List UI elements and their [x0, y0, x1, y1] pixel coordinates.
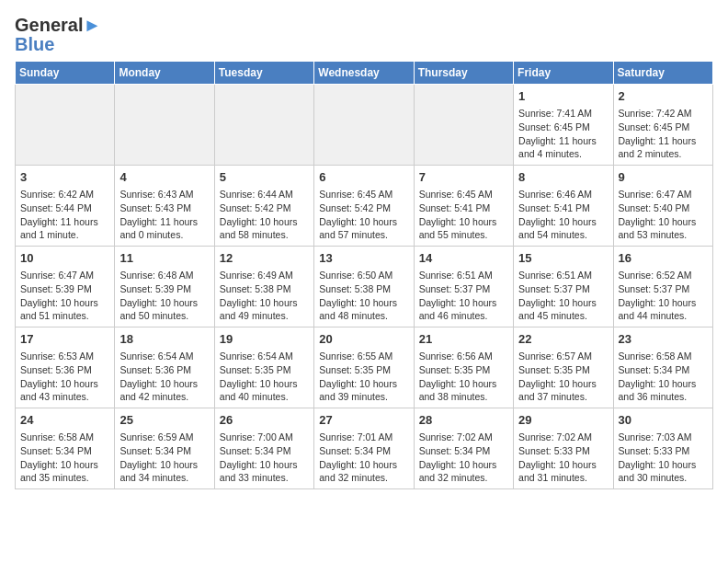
day-number: 10: [20, 250, 109, 267]
day-number: 11: [119, 250, 209, 267]
calendar-cell: 9Sunrise: 6:47 AMSunset: 5:40 PMDaylight…: [613, 166, 712, 247]
day-number: 4: [119, 169, 209, 186]
calendar-cell: 14Sunrise: 6:51 AMSunset: 5:37 PMDayligh…: [414, 247, 513, 327]
calendar-cell: 19Sunrise: 6:54 AMSunset: 5:35 PMDayligh…: [214, 327, 313, 408]
calendar-cell: 24Sunrise: 6:58 AMSunset: 5:34 PMDayligh…: [16, 408, 115, 489]
day-number: 30: [619, 412, 708, 429]
sunrise-text: Sunrise: 6:48 AM: [119, 270, 193, 281]
calendar-cell: 20Sunrise: 6:55 AMSunset: 5:35 PMDayligh…: [314, 327, 414, 408]
daylight-text: Daylight: 10 hours and 44 minutes.: [619, 297, 697, 322]
sunset-text: Sunset: 6:45 PM: [518, 121, 590, 132]
daylight-text: Daylight: 10 hours and 40 minutes.: [220, 378, 298, 403]
calendar-week-2: 3Sunrise: 6:42 AMSunset: 5:44 PMDaylight…: [16, 166, 713, 247]
calendar-cell: [214, 85, 313, 166]
sunrise-text: Sunrise: 6:55 AM: [319, 350, 392, 362]
sunrise-text: Sunrise: 7:41 AM: [518, 108, 592, 119]
day-number: 9: [619, 169, 708, 186]
daylight-text: Daylight: 10 hours and 54 minutes.: [518, 216, 597, 241]
day-number: 12: [220, 250, 309, 267]
sunrise-text: Sunrise: 6:45 AM: [419, 189, 493, 200]
daylight-text: Daylight: 10 hours and 45 minutes.: [518, 297, 597, 322]
page-header: General► Blue: [15, 15, 713, 53]
day-number: 5: [220, 169, 309, 186]
calendar-cell: 26Sunrise: 7:00 AMSunset: 5:34 PMDayligh…: [214, 408, 313, 489]
daylight-text: Daylight: 11 hours and 0 minutes.: [119, 216, 198, 241]
calendar-cell: 7Sunrise: 6:45 AMSunset: 5:41 PMDaylight…: [414, 166, 513, 247]
daylight-text: Daylight: 10 hours and 31 minutes.: [518, 459, 597, 484]
sunset-text: Sunset: 5:35 PM: [518, 364, 590, 375]
day-number: 18: [119, 331, 209, 348]
sunrise-text: Sunrise: 7:02 AM: [419, 431, 493, 442]
sunrise-text: Sunrise: 6:54 AM: [220, 350, 293, 362]
daylight-text: Daylight: 10 hours and 48 minutes.: [319, 297, 397, 322]
day-number: 22: [518, 331, 608, 348]
calendar-week-1: 1Sunrise: 7:41 AMSunset: 6:45 PMDaylight…: [16, 85, 713, 166]
calendar-cell: 30Sunrise: 7:03 AMSunset: 5:33 PMDayligh…: [613, 408, 712, 489]
daylight-text: Daylight: 10 hours and 30 minutes.: [619, 459, 697, 484]
sunrise-text: Sunrise: 6:51 AM: [518, 270, 592, 281]
calendar-cell: 28Sunrise: 7:02 AMSunset: 5:34 PMDayligh…: [414, 408, 513, 489]
sunset-text: Sunset: 5:39 PM: [20, 283, 92, 294]
sunrise-text: Sunrise: 6:50 AM: [319, 270, 392, 281]
logo-text: General►: [15, 15, 101, 35]
sunset-text: Sunset: 5:43 PM: [119, 202, 191, 213]
day-number: 25: [119, 412, 209, 429]
sunrise-text: Sunrise: 7:01 AM: [319, 431, 392, 442]
daylight-text: Daylight: 10 hours and 38 minutes.: [419, 378, 497, 403]
calendar-cell: 2Sunrise: 7:42 AMSunset: 6:45 PMDaylight…: [613, 85, 712, 166]
sunset-text: Sunset: 5:44 PM: [20, 202, 92, 213]
sunrise-text: Sunrise: 6:47 AM: [20, 270, 94, 281]
sunrise-text: Sunrise: 6:43 AM: [119, 189, 193, 200]
calendar-cell: 23Sunrise: 6:58 AMSunset: 5:34 PMDayligh…: [613, 327, 712, 408]
day-number: 21: [419, 331, 508, 348]
calendar-cell: 21Sunrise: 6:56 AMSunset: 5:35 PMDayligh…: [414, 327, 513, 408]
calendar-cell: 3Sunrise: 6:42 AMSunset: 5:44 PMDaylight…: [16, 166, 115, 247]
sunset-text: Sunset: 5:37 PM: [419, 283, 491, 294]
calendar-cell: 15Sunrise: 6:51 AMSunset: 5:37 PMDayligh…: [514, 247, 613, 327]
sunrise-text: Sunrise: 6:58 AM: [20, 431, 94, 442]
logo: General► Blue: [15, 15, 101, 53]
weekday-header-wednesday: Wednesday: [314, 62, 414, 85]
sunset-text: Sunset: 5:33 PM: [518, 445, 590, 456]
sunrise-text: Sunrise: 6:44 AM: [220, 189, 293, 200]
daylight-text: Daylight: 10 hours and 57 minutes.: [319, 216, 397, 241]
sunset-text: Sunset: 5:34 PM: [20, 445, 92, 456]
calendar-cell: [314, 85, 414, 166]
day-number: 29: [518, 412, 608, 429]
weekday-header-tuesday: Tuesday: [214, 62, 313, 85]
sunrise-text: Sunrise: 6:46 AM: [518, 189, 592, 200]
calendar-cell: 27Sunrise: 7:01 AMSunset: 5:34 PMDayligh…: [314, 408, 414, 489]
daylight-text: Daylight: 10 hours and 39 minutes.: [319, 378, 397, 403]
sunset-text: Sunset: 5:35 PM: [419, 364, 491, 375]
sunrise-text: Sunrise: 6:54 AM: [119, 350, 193, 362]
sunset-text: Sunset: 5:34 PM: [419, 445, 491, 456]
calendar-cell: 11Sunrise: 6:48 AMSunset: 5:39 PMDayligh…: [115, 247, 214, 327]
weekday-header-friday: Friday: [514, 62, 613, 85]
weekday-header-saturday: Saturday: [613, 62, 712, 85]
day-number: 14: [419, 250, 508, 267]
calendar-cell: 29Sunrise: 7:02 AMSunset: 5:33 PMDayligh…: [514, 408, 613, 489]
daylight-text: Daylight: 10 hours and 35 minutes.: [20, 459, 98, 484]
sunset-text: Sunset: 5:37 PM: [518, 283, 590, 294]
sunset-text: Sunset: 5:36 PM: [20, 364, 92, 375]
daylight-text: Daylight: 10 hours and 34 minutes.: [119, 459, 198, 484]
sunset-text: Sunset: 6:45 PM: [619, 121, 690, 132]
daylight-text: Daylight: 10 hours and 55 minutes.: [419, 216, 497, 241]
sunrise-text: Sunrise: 7:42 AM: [619, 108, 692, 119]
day-number: 26: [220, 412, 309, 429]
calendar-cell: 22Sunrise: 6:57 AMSunset: 5:35 PMDayligh…: [514, 327, 613, 408]
sunset-text: Sunset: 5:33 PM: [619, 445, 690, 456]
calendar-cell: [115, 85, 214, 166]
day-number: 6: [319, 169, 408, 186]
calendar-cell: 10Sunrise: 6:47 AMSunset: 5:39 PMDayligh…: [16, 247, 115, 327]
daylight-text: Daylight: 10 hours and 49 minutes.: [220, 297, 298, 322]
calendar-cell: 8Sunrise: 6:46 AMSunset: 5:41 PMDaylight…: [514, 166, 613, 247]
sunset-text: Sunset: 5:34 PM: [319, 445, 391, 456]
day-number: 19: [220, 331, 309, 348]
sunset-text: Sunset: 5:41 PM: [419, 202, 491, 213]
day-number: 27: [319, 412, 408, 429]
day-number: 23: [619, 331, 708, 348]
day-number: 17: [20, 331, 109, 348]
sunrise-text: Sunrise: 6:49 AM: [220, 270, 293, 281]
sunrise-text: Sunrise: 6:53 AM: [20, 350, 94, 362]
